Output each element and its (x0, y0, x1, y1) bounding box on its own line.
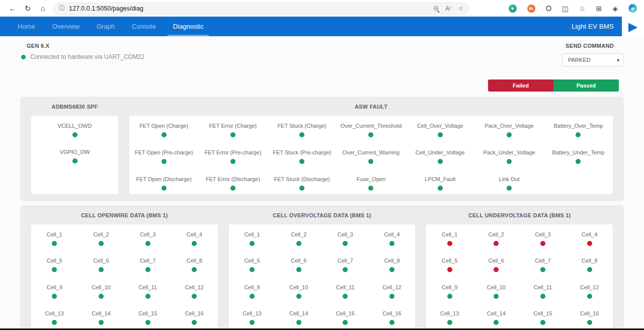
status-dot-passed (507, 186, 512, 191)
status-item-label: Cell_13 (440, 310, 459, 316)
favorites-icon[interactable]: ☆ (579, 5, 586, 13)
status-dot-passed (447, 294, 452, 299)
status-item: Cell_8 (369, 255, 416, 275)
status-dot-passed (250, 320, 255, 325)
status-item-label: Cell_7 (338, 258, 353, 264)
browser-toolbar-icons: ♥ m ◫ ☆ ⊞ ◈ e (509, 4, 641, 13)
status-item-label: Cell_5 (47, 258, 62, 264)
extension-icon[interactable]: m (527, 5, 535, 13)
status-dot-passed (162, 132, 167, 137)
status-item: Cell_1 (426, 228, 473, 249)
tab-graph[interactable]: Graph (91, 17, 120, 36)
tab-overview[interactable]: Overview (47, 17, 85, 36)
status-item-label: VCELL_OWD (58, 123, 92, 129)
status-dot-passed (145, 320, 150, 325)
favorite-star-icon[interactable]: ☆ (458, 5, 463, 12)
status-item: Cell_13 (229, 307, 276, 328)
connection-status-dot (21, 55, 26, 59)
status-dot-passed (192, 267, 197, 272)
status-dot-passed (99, 320, 104, 325)
status-dot-passed (389, 267, 394, 272)
zoom-icon[interactable] (434, 6, 438, 11)
status-item-label: Cell_15 (336, 310, 355, 316)
status-dot-passed (296, 294, 301, 299)
tab-diagnostic[interactable]: Diagnostic (168, 17, 209, 36)
status-dot-passed (343, 267, 348, 272)
legend-failed-button[interactable]: Failed (488, 79, 553, 92)
status-item: Cell_16 (171, 307, 218, 328)
status-item-label: FET Stuck (Pre-charge) (273, 149, 331, 155)
status-item: Cell_4 (566, 228, 613, 249)
status-dot-passed (389, 320, 394, 325)
back-icon[interactable]: ← (5, 4, 20, 13)
status-item-label: FET Open (Pre-charge) (135, 149, 193, 155)
status-item: FET Stuck (Pre-charge) (268, 146, 337, 168)
tab-home[interactable]: Home (12, 17, 41, 36)
page-content: GEN 6.X Connected to hardware via UART_C… (0, 36, 644, 330)
collections-icon[interactable]: ⊞ (596, 5, 602, 13)
status-item: Fuse_Open (337, 173, 406, 194)
brand-text: Light EV BMS (572, 23, 614, 30)
status-dot-passed (162, 159, 167, 164)
status-item: FET Error (Discharge) (198, 173, 267, 194)
split-screen-icon[interactable]: ◫ (562, 5, 569, 13)
status-item: Cell_15 (124, 307, 171, 328)
status-item: Cell_6 (275, 255, 322, 275)
status-item: Cell_11 (124, 281, 171, 302)
status-item-label: Cell_3 (338, 231, 353, 237)
status-dot-passed (343, 320, 348, 325)
status-item: Link Out (474, 173, 543, 194)
status-dot-passed (299, 159, 304, 164)
status-item: Cell_13 (426, 307, 473, 328)
status-item: Cell_9 (229, 281, 276, 302)
tracker-shield-icon[interactable] (546, 6, 551, 11)
status-item-label: Cell_4 (384, 231, 399, 237)
status-item-label: Cell_2 (291, 231, 306, 237)
browser-essentials-icon[interactable]: ♥ (509, 5, 517, 13)
cell-openwire-panel: CELL OPENWIRE DATA (BMS 1) Cell_1Cell_2C… (31, 211, 218, 328)
command-select[interactable]: PARKED ▾ (562, 53, 624, 66)
status-item: Cell_7 (520, 255, 567, 275)
connection-block: GEN 6.X Connected to hardware via UART_C… (20, 43, 144, 60)
page-info-icon[interactable]: ⓘ (59, 4, 65, 13)
status-item-label: Cell_6 (93, 258, 109, 264)
status-dot-passed (52, 267, 57, 272)
status-dot-failed (447, 267, 452, 272)
status-dot-passed (72, 132, 77, 137)
status-dot-passed (250, 241, 255, 246)
address-bar[interactable]: ⓘ 127.0.0.1:5050/pages/diag A⁾ ☆ (53, 3, 469, 15)
status-dot-passed (343, 294, 348, 299)
status-item-label: Cell_15 (533, 310, 552, 316)
asw-card: FET Open (Charge)FET Error (Charge)FET S… (129, 116, 613, 194)
url-text[interactable]: 127.0.0.1:5050/pages/diag (69, 5, 427, 12)
status-dot-passed (507, 159, 512, 164)
status-legend: Failed Passed (20, 79, 624, 92)
status-item: FET Stuck (Charge) (268, 120, 337, 141)
status-item: Cell_1 (31, 228, 78, 249)
status-dot-passed (587, 294, 592, 299)
status-dot-passed (145, 267, 150, 272)
home-icon[interactable]: ⌂ (35, 4, 50, 13)
status-dot-passed (162, 186, 167, 191)
workspaces-icon[interactable]: ◈ (612, 5, 618, 13)
status-item: Cell_3 (124, 228, 171, 249)
status-item-label: FET Error (Charge) (209, 123, 257, 129)
refresh-icon[interactable]: ↻ (20, 4, 35, 13)
legend-passed-button[interactable]: Passed (553, 79, 619, 92)
status-item: Cell_5 (31, 255, 78, 275)
status-item: FET Open (Discharge) (129, 173, 198, 194)
status-item-label: Cell_12 (580, 284, 599, 290)
edge-logo-icon[interactable]: e (628, 4, 637, 13)
status-item-label: Over_Current_Threshold (341, 123, 402, 129)
status-item-label: Cell_14 (92, 310, 110, 316)
asw-panel-title: ASW FAULT (129, 104, 613, 110)
status-item-label: Cell_16 (185, 310, 204, 316)
status-item: VGPIO_OW (31, 146, 118, 167)
status-item-label: Link Out (499, 176, 520, 182)
tab-console[interactable]: Console (126, 17, 162, 36)
status-dot-passed (540, 320, 545, 325)
status-item: Cell_4 (369, 228, 416, 249)
read-aloud-icon[interactable]: A⁾ (445, 5, 451, 12)
status-item-label: Cell_7 (140, 258, 155, 264)
status-item: Pack_Over_Voltage (474, 120, 543, 141)
